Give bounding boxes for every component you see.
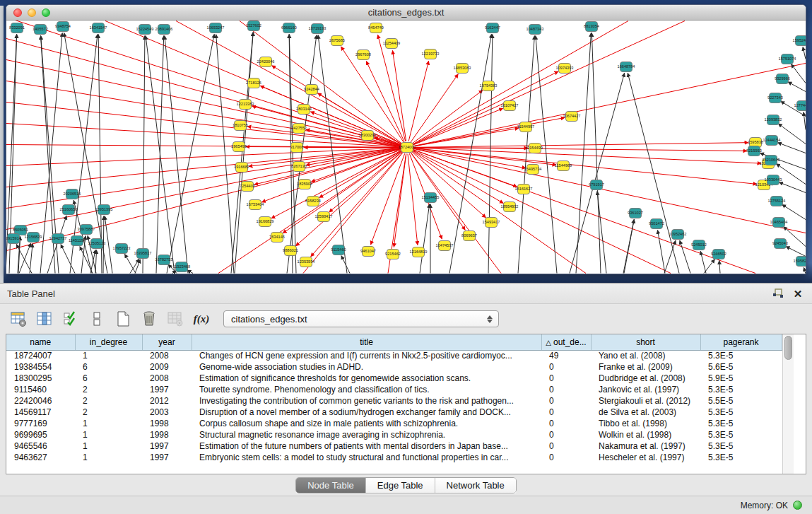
graph-edge[interactable] <box>518 35 534 273</box>
graph-edge[interactable] <box>90 250 95 273</box>
graph-edge[interactable] <box>98 34 102 273</box>
graph-edge[interactable] <box>680 240 690 273</box>
graph-edge[interactable] <box>719 260 720 273</box>
graph-edge[interactable] <box>6 148 401 229</box>
graph-edge[interactable] <box>576 33 591 273</box>
graph-edge[interactable] <box>341 256 350 274</box>
scrollbar-thumb[interactable] <box>784 336 792 360</box>
float-panel-icon[interactable] <box>771 287 785 300</box>
graph-edge[interactable] <box>592 33 601 273</box>
graph-edge[interactable] <box>176 21 401 145</box>
column-header-short[interactable]: short <box>591 334 700 350</box>
graph-edge[interactable] <box>6 60 401 146</box>
graph-edge[interactable] <box>413 108 502 145</box>
graph-edge[interactable] <box>289 34 293 273</box>
table-row[interactable]: 1938455462009Genome-wide association stu… <box>6 361 782 373</box>
column-header-pagerank[interactable]: pagerank <box>700 334 782 350</box>
table-row[interactable]: 946362711997Embryonic stem cells: a mode… <box>6 452 782 463</box>
graph-edge[interactable] <box>803 47 806 59</box>
new-table-icon[interactable] <box>114 310 131 327</box>
graph-edge[interactable] <box>408 61 428 141</box>
graph-edge[interactable] <box>658 230 665 273</box>
graph-edge[interactable] <box>804 267 806 274</box>
graph-edge[interactable] <box>777 143 806 153</box>
table-row[interactable]: 946554611997Estimation of the future num… <box>6 440 782 452</box>
graph-edge[interactable] <box>216 34 234 273</box>
graph-edge[interactable] <box>311 150 401 182</box>
graph-edge[interactable] <box>371 153 405 245</box>
graph-edge[interactable] <box>788 82 806 92</box>
graph-edge[interactable] <box>156 35 164 273</box>
network-window-titlebar[interactable]: citations_edges.txt <box>6 5 806 21</box>
graph-edge[interactable] <box>165 35 188 273</box>
table-row[interactable]: 911546021997Tourette syndrome. Phenomeno… <box>6 384 782 395</box>
graph-edge[interactable] <box>329 151 402 212</box>
graph-edge[interactable] <box>378 35 406 141</box>
graph-edge[interactable] <box>124 254 136 273</box>
function-builder-icon[interactable]: f(x) <box>193 310 210 327</box>
tab-network-table[interactable]: Network Table <box>435 478 516 493</box>
table-options-icon[interactable] <box>10 310 27 327</box>
graph-edge[interactable] <box>394 153 406 247</box>
graph-edge[interactable] <box>408 153 418 245</box>
graph-edge[interactable] <box>782 204 806 219</box>
graph-edge[interactable] <box>628 73 679 273</box>
graph-edge[interactable] <box>413 64 806 146</box>
graph-edge[interactable] <box>704 259 714 274</box>
network-canvas[interactable]: 1872400722420046271812612213383181075519… <box>6 21 806 274</box>
graph-edge[interactable] <box>413 148 747 151</box>
delete-table-icon[interactable] <box>141 310 158 327</box>
graph-edge[interactable] <box>306 148 401 165</box>
graph-edge[interactable] <box>412 90 483 144</box>
column-header-out_de[interactable]: △out_de... <box>541 334 591 350</box>
graph-edge[interactable] <box>6 148 401 209</box>
graph-edge[interactable] <box>289 34 296 273</box>
table-row[interactable]: 1830029562008Estimation of significance … <box>6 373 782 384</box>
graph-edge[interactable] <box>413 21 685 145</box>
graph-edge[interactable] <box>488 34 493 273</box>
graph-edge[interactable] <box>235 32 253 273</box>
graph-edge[interactable] <box>6 124 401 147</box>
graph-edge[interactable] <box>413 117 565 146</box>
graph-edge[interactable] <box>664 240 676 273</box>
graph-edge[interactable] <box>786 247 806 257</box>
row-height-icon[interactable] <box>88 310 105 327</box>
table-row[interactable]: 1456911722003Disruption of a novel membe… <box>6 407 782 418</box>
graph-edge[interactable] <box>778 124 806 144</box>
graph-edge[interactable] <box>95 250 97 273</box>
column-header-title[interactable]: title <box>192 334 541 350</box>
table-vertical-scrollbar[interactable] <box>782 334 794 474</box>
graph-edge[interactable] <box>6 149 401 251</box>
table-row[interactable]: 977716911998Corpus callosum shape and si… <box>6 418 782 429</box>
graph-edge[interactable] <box>47 216 66 273</box>
table-row[interactable]: 969969511998Structural magnetic resonanc… <box>6 429 782 440</box>
graph-edge[interactable] <box>143 35 145 273</box>
graph-edge[interactable] <box>570 73 625 273</box>
select-columns-icon[interactable] <box>62 310 79 327</box>
close-panel-icon[interactable]: ✕ <box>791 287 805 300</box>
graph-edge[interactable] <box>411 153 465 230</box>
graph-edge[interactable] <box>261 150 401 202</box>
graph-edge[interactable] <box>597 191 606 273</box>
graph-edge[interactable] <box>791 64 806 83</box>
graph-edge[interactable] <box>413 148 761 163</box>
graph-edge[interactable] <box>231 32 253 273</box>
graph-edge[interactable] <box>412 151 486 217</box>
graph-edge[interactable] <box>392 50 406 141</box>
graph-edge[interactable] <box>413 148 757 184</box>
tab-node-table[interactable]: Node Table <box>296 478 366 493</box>
graph-edge[interactable] <box>779 182 806 193</box>
node-table[interactable]: namein_degreeyeartitle△out_de...shortpag… <box>6 334 782 463</box>
graph-edge[interactable] <box>167 34 214 273</box>
import-table-icon[interactable] <box>167 310 184 327</box>
show-column-icon[interactable] <box>36 310 53 327</box>
graph-edge[interactable] <box>6 81 401 147</box>
graph-edge[interactable] <box>30 243 33 273</box>
graph-edge[interactable] <box>240 21 402 144</box>
table-row[interactable]: 1872400712008Changes of HCN gene express… <box>6 350 782 361</box>
graph-edge[interactable] <box>6 148 401 187</box>
table-selector-dropdown[interactable]: citations_edges.txt <box>223 310 499 327</box>
column-header-year[interactable]: year <box>142 334 192 350</box>
graph-edge[interactable] <box>260 86 401 145</box>
graph-edge[interactable] <box>366 62 404 142</box>
